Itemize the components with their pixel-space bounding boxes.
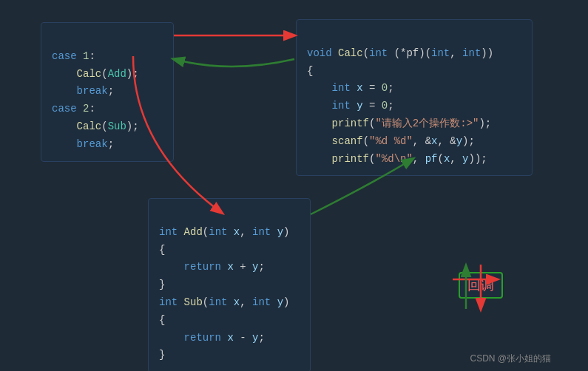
code-box-addsub: int Add(int x, int y){ return x + y;}int… [148, 198, 311, 371]
code-box-case: case 1: Calc(Add); break;case 2: Calc(Su… [41, 22, 174, 162]
callback-text: 回调 [467, 278, 494, 293]
code-box-calc: void Calc(int (*pf)(int, int)){ int x = … [296, 19, 533, 176]
callback-label: 回调 [459, 272, 503, 299]
watermark: CSDN @张小姐的猫 [470, 353, 551, 365]
